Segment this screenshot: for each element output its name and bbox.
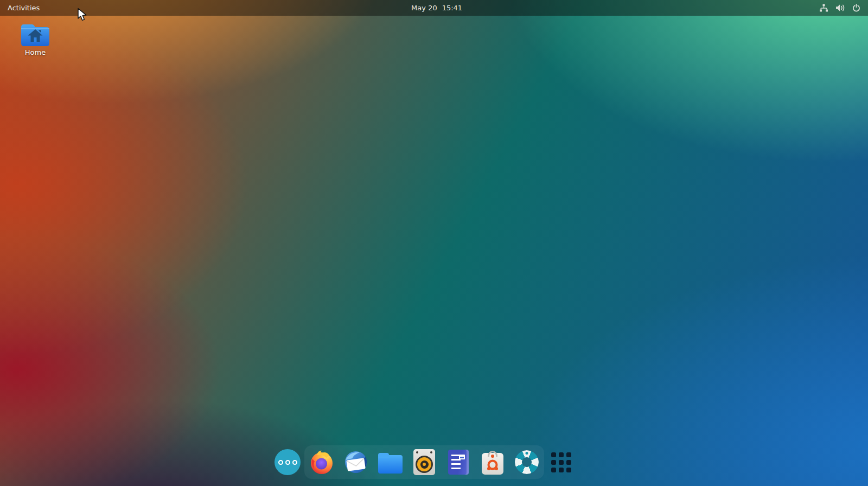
rhythmbox-speaker-icon (413, 449, 435, 475)
activities-button[interactable]: Activities (0, 0, 47, 16)
app-grid-icon (551, 452, 571, 472)
dock-item-dots-app[interactable] (275, 449, 301, 475)
dock-item-app-grid[interactable] (548, 449, 574, 475)
clock-date: May 20 (411, 4, 437, 12)
dock-item-files[interactable] (377, 449, 403, 475)
firefox-icon (309, 449, 335, 475)
home-folder-icon (21, 23, 50, 47)
dock-item-firefox[interactable] (309, 449, 335, 475)
network-icon (819, 4, 828, 12)
thunderbird-icon (343, 449, 369, 475)
dock-item-thunderbird[interactable] (343, 449, 369, 475)
clock-time: 15:41 (442, 4, 462, 12)
files-folder-icon (378, 455, 403, 474)
dock (0, 449, 868, 475)
desktop: { "top_bar": { "activities_label": "Acti… (0, 0, 868, 486)
home-shortcut-label: Home (25, 48, 46, 56)
home-shortcut[interactable]: Home (18, 23, 52, 56)
help-lifebuoy-icon (515, 450, 539, 474)
dock-item-libreoffice-writer[interactable] (445, 449, 471, 475)
power-icon (852, 4, 860, 12)
clock-button[interactable]: May 20 15:41 (411, 0, 462, 16)
three-dots-app-icon (275, 449, 301, 475)
ubuntu-software-bag-icon (482, 453, 503, 475)
top-bar: Activities May 20 15:41 (0, 0, 868, 16)
dock-item-ubuntu-software[interactable] (480, 449, 506, 475)
dock-item-rhythmbox[interactable] (411, 449, 437, 475)
libreoffice-writer-icon (448, 450, 469, 475)
system-status-area[interactable] (819, 0, 868, 16)
dock-item-help[interactable] (514, 449, 540, 475)
volume-icon (835, 4, 845, 12)
